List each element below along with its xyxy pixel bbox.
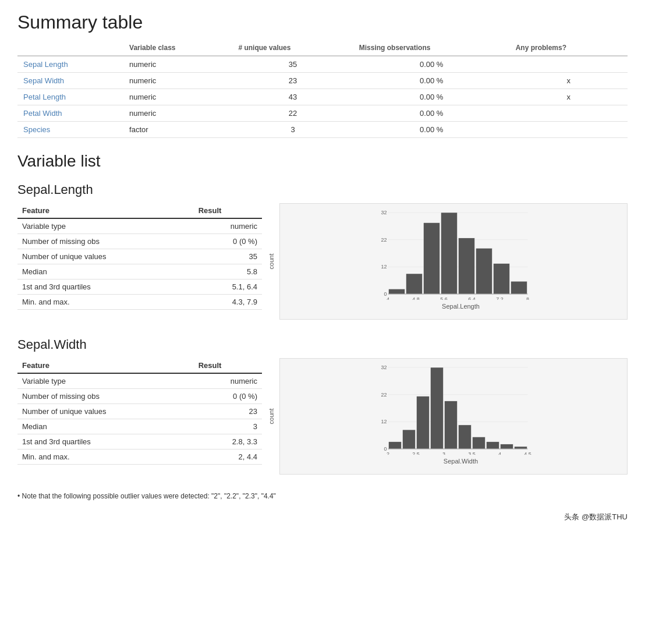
svg-rect-26 [403, 430, 416, 449]
table-row: Petal Widthnumeric220.00 % [17, 105, 628, 122]
svg-rect-9 [494, 264, 510, 295]
svg-rect-3 [389, 289, 405, 294]
svg-rect-8 [476, 248, 492, 294]
var-problems-cell [510, 105, 628, 122]
result-col-header: Result [194, 203, 262, 218]
feature-name: Median [17, 264, 194, 279]
feature-name: Median [17, 419, 194, 434]
svg-rect-10 [511, 281, 527, 294]
variable-section: Sepal.LengthFeatureResultVariable typenu… [17, 182, 628, 320]
var-missing-cell: 0.00 % [353, 73, 510, 89]
svg-text:3: 3 [442, 451, 445, 455]
x-axis-label: Sepal.Width [300, 458, 621, 465]
svg-text:2: 2 [387, 451, 389, 455]
feature-result: 0 (0 %) [194, 234, 262, 249]
histogram-chart: count012223244.85.66.47.28Sepal.Length [279, 203, 628, 320]
svg-rect-31 [473, 437, 485, 449]
feature-row: Number of unique values23 [17, 404, 262, 419]
svg-rect-33 [501, 444, 513, 449]
feature-table: FeatureResultVariable typenumericNumber … [17, 358, 262, 465]
feature-name: Variable type [17, 218, 194, 234]
table-row: Petal Lengthnumeric430.00 %x [17, 89, 628, 105]
var-missing-cell: 0.00 % [353, 56, 510, 73]
feature-name: Number of missing obs [17, 389, 194, 404]
var-problems-cell: x [510, 89, 628, 105]
svg-rect-5 [424, 223, 440, 295]
feature-row: Min. and max.4.3, 7.9 [17, 295, 262, 310]
var-unique-cell: 3 [232, 122, 353, 138]
feature-row: Variable typenumeric [17, 373, 262, 389]
var-unique-cell: 23 [232, 73, 353, 89]
var-name-cell[interactable]: Petal Length [17, 89, 123, 105]
var-unique-cell: 35 [232, 56, 353, 73]
summary-col-unique: # unique values [232, 40, 353, 56]
var-missing-cell: 0.00 % [353, 122, 510, 138]
feature-result: 5.1, 6.4 [194, 279, 262, 295]
var-problems-cell: x [510, 73, 628, 89]
feature-result: numeric [194, 218, 262, 234]
feature-result: 35 [194, 249, 262, 264]
var-name-cell[interactable]: Petal Width [17, 105, 123, 122]
svg-rect-27 [417, 396, 430, 449]
variable-title: Sepal.Length [17, 182, 628, 197]
svg-text:32: 32 [381, 365, 387, 370]
table-row: Sepal Widthnumeric230.00 %x [17, 73, 628, 89]
var-missing-cell: 0.00 % [353, 89, 510, 105]
page-title: Summary table [17, 12, 628, 33]
svg-text:12: 12 [381, 419, 387, 424]
var-problems-cell [510, 56, 628, 73]
var-class-cell: numeric [123, 89, 232, 105]
var-class-cell: numeric [123, 105, 232, 122]
feature-row: Median3 [17, 419, 262, 434]
summary-col-name [17, 40, 123, 56]
feature-result: 2.8, 3.3 [194, 434, 262, 450]
svg-rect-32 [487, 442, 499, 449]
svg-rect-34 [515, 447, 527, 449]
feature-result: numeric [194, 373, 262, 389]
svg-rect-6 [441, 213, 458, 294]
variable-section: Sepal.WidthFeatureResultVariable typenum… [17, 337, 628, 475]
feature-name: Variable type [17, 373, 194, 389]
svg-rect-30 [459, 425, 472, 449]
variable-list-title: Variable list [17, 152, 628, 171]
table-row: Sepal Lengthnumeric350.00 % [17, 56, 628, 73]
histogram-chart: count012223222.533.544.5Sepal.Width [279, 358, 628, 475]
feature-col-header: Feature [17, 358, 194, 373]
feature-name: 1st and 3rd quartiles [17, 434, 194, 450]
var-class-cell: numeric [123, 56, 232, 73]
feature-table: FeatureResultVariable typenumericNumber … [17, 203, 262, 310]
outlier-note: • Note that the following possible outli… [17, 492, 628, 500]
variable-detail: FeatureResultVariable typenumericNumber … [17, 203, 628, 320]
feature-row: Number of missing obs0 (0 %) [17, 389, 262, 404]
feature-name: 1st and 3rd quartiles [17, 279, 194, 295]
svg-text:12: 12 [381, 264, 387, 270]
feature-name: Number of missing obs [17, 234, 194, 249]
svg-text:22: 22 [381, 392, 387, 398]
feature-result: 3 [194, 419, 262, 434]
var-name-cell[interactable]: Sepal Width [17, 73, 123, 89]
variable-title: Sepal.Width [17, 337, 628, 352]
svg-text:4: 4 [387, 296, 389, 300]
var-name-cell[interactable]: Species [17, 122, 123, 138]
feature-result: 0 (0 %) [194, 389, 262, 404]
feature-name: Min. and max. [17, 450, 194, 465]
feature-result: 5.8 [194, 264, 262, 279]
svg-text:3.5: 3.5 [468, 451, 476, 455]
var-unique-cell: 43 [232, 89, 353, 105]
feature-name: Number of unique values [17, 249, 194, 264]
variable-detail: FeatureResultVariable typenumericNumber … [17, 358, 628, 475]
var-problems-cell [510, 122, 628, 138]
svg-text:8: 8 [526, 296, 529, 300]
result-col-header: Result [194, 358, 262, 373]
summary-col-missing: Missing observations [353, 40, 510, 56]
feature-result: 23 [194, 404, 262, 419]
summary-col-class: Variable class [123, 40, 232, 56]
table-row: Speciesfactor30.00 % [17, 122, 628, 138]
svg-text:32: 32 [381, 210, 387, 215]
var-name-cell[interactable]: Sepal Length [17, 56, 123, 73]
y-axis-label: count [268, 254, 275, 270]
y-axis-label: count [268, 409, 275, 424]
watermark: 头条 @数据派THU [17, 512, 628, 522]
feature-name: Min. and max. [17, 295, 194, 310]
svg-rect-29 [445, 401, 458, 449]
